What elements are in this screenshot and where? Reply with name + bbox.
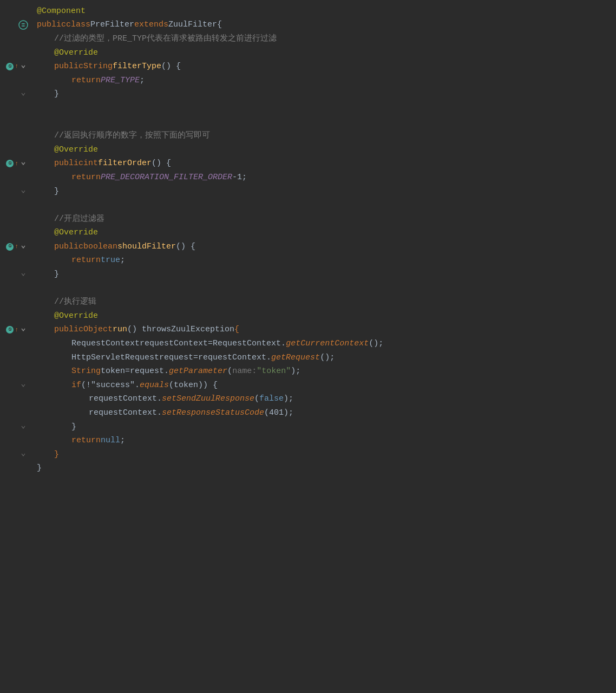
code-line: @Component (37, 4, 605, 18)
code-line: public boolean shouldFilter() { (37, 240, 605, 254)
token: ; (120, 434, 125, 447)
gutter-line (0, 18, 30, 32)
gutter-line (0, 337, 30, 351)
fold-icon[interactable] (19, 160, 27, 167)
token: shouldFilter (117, 240, 176, 253)
token: false (259, 393, 284, 406)
svg-point-0 (19, 21, 28, 29)
token: Object (83, 323, 113, 336)
code-line: return null; (37, 434, 605, 448)
logo-icon (18, 20, 28, 30)
code-line: //返回执行顺序的数字，按照下面的写即可 (37, 129, 605, 143)
token: () { (152, 157, 171, 170)
code-line: } (37, 185, 605, 199)
gutter-line (0, 364, 30, 378)
code-line: HttpServletRequest request = requestCont… (37, 351, 605, 365)
token: (token)) { (169, 379, 218, 392)
ci-arrow: ↑ (15, 242, 18, 252)
code-line: @Override (37, 226, 605, 240)
fold-icon[interactable] (19, 63, 27, 70)
fold-end-icon[interactable] (19, 423, 27, 431)
gutter-line (0, 434, 30, 448)
code-line: } (37, 88, 605, 102)
ci-circle: ① (6, 160, 14, 167)
ci-indicator[interactable]: ①↑ (6, 325, 30, 335)
token: @Component (37, 5, 86, 18)
token: requestContext (140, 337, 208, 350)
token: . (157, 393, 162, 406)
token: ; (120, 254, 125, 267)
token: //返回执行顺序的数字，按照下面的写即可 (54, 129, 210, 142)
code-line: String token = request.getParameter( nam… (37, 364, 605, 378)
token: } (37, 462, 42, 475)
token: . (157, 407, 162, 420)
code-line: @Override (37, 143, 605, 157)
gutter-line (0, 88, 30, 102)
token: RequestContext (213, 337, 281, 350)
token: extends (134, 18, 168, 31)
gutter-line (0, 393, 30, 407)
token: } (54, 88, 59, 101)
gutter-line (0, 4, 30, 18)
token: getParameter (169, 365, 227, 378)
token: = (125, 365, 130, 378)
fold-inner-icon[interactable] (19, 382, 27, 389)
ci-arrow: ↑ (15, 159, 18, 169)
token: return (71, 434, 101, 447)
ci-arrow: ↑ (15, 62, 18, 71)
token: () { (176, 240, 195, 253)
token: () { (161, 60, 181, 73)
token: (401); (264, 407, 293, 420)
token: PRE_DECORATION_FILTER_ORDER (101, 171, 232, 184)
fold-end-icon[interactable] (19, 271, 27, 278)
fold-icon[interactable] (19, 326, 27, 334)
token: . (164, 365, 169, 378)
gutter-line (0, 406, 30, 420)
fold-end-icon[interactable] (19, 451, 27, 459)
code-line: } (37, 420, 605, 434)
fold-end-icon[interactable] (19, 188, 27, 195)
token: PreFilter (90, 18, 134, 31)
fold-icon[interactable] (19, 243, 27, 251)
token: setSendZuulResponse (162, 393, 254, 406)
token: requestContext (89, 407, 157, 420)
ci-indicator[interactable]: ①↑ (6, 242, 30, 252)
gutter-line: ①↑ (0, 323, 30, 337)
token: ); (284, 393, 293, 406)
ci-indicator[interactable]: ①↑ (6, 62, 30, 71)
token: public (54, 323, 83, 336)
ci-circle: ① (6, 63, 14, 70)
code-line: @Override (37, 46, 605, 60)
token: } (54, 448, 59, 461)
token: setResponseStatusCode (162, 407, 264, 420)
token: . (135, 379, 140, 392)
token: class (66, 18, 90, 31)
gutter-line (0, 462, 30, 476)
code-line: } (37, 462, 605, 476)
token: } (71, 421, 76, 434)
token: @Override (54, 143, 98, 156)
gutter: ①↑①↑①↑①↑ (0, 4, 32, 689)
gutter-line (0, 448, 30, 462)
token: (!"success" (81, 379, 135, 392)
gutter-line (0, 171, 30, 185)
code-line: public int filterOrder() { (37, 157, 605, 171)
fold-end-icon[interactable] (19, 90, 27, 98)
code-line: } (37, 267, 605, 282)
code-line: public Object run() throws ZuulException… (37, 323, 605, 337)
ci-indicator[interactable]: ①↑ (6, 159, 30, 169)
token: ); (291, 365, 300, 378)
token: filterType (113, 60, 161, 73)
token: if (71, 379, 81, 392)
gutter-line (0, 267, 30, 282)
token: ( (254, 393, 259, 406)
code-line: RequestContext requestContext = RequestC… (37, 337, 605, 351)
ci-circle: ① (6, 243, 14, 251)
code-line (37, 198, 605, 212)
code-line: return PRE_TYPE; (37, 74, 605, 88)
ci-circle: ① (6, 326, 14, 334)
code-line: //开启过滤器 (37, 212, 605, 226)
code-line: requestContext.setSendZuulResponse(false… (37, 393, 605, 407)
token: { (234, 323, 239, 336)
token: = (208, 337, 213, 350)
